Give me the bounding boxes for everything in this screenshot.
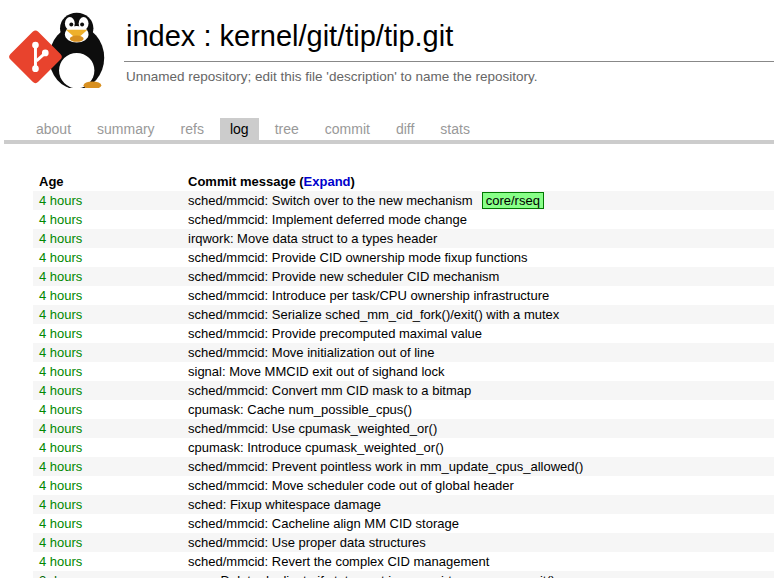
column-header-age: Age — [33, 172, 182, 191]
commit-message-link[interactable]: sched/mmcid: Cacheline align MM CID stor… — [188, 516, 459, 531]
commit-message-link[interactable]: sched: Fixup whitespace damage — [188, 497, 381, 512]
log-row: 4 hourssched/mmcid: Switch over to the n… — [33, 191, 774, 210]
commit-message-link[interactable]: sched/mmcid: Introduce per task/CPU owne… — [188, 288, 549, 303]
commit-message-cell: sched/mmcid: Use cpumask_weighted_or() — [182, 419, 774, 438]
commit-message-cell: cpumask: Cache num_possible_cpus() — [182, 400, 774, 419]
commit-message-link[interactable]: sched/mmcid: Switch over to the new mech… — [188, 193, 473, 208]
commit-age-link[interactable]: 4 hours — [39, 535, 82, 550]
commit-age-link[interactable]: 4 hours — [39, 307, 82, 322]
log-row: 4 hourssched/mmcid: Convert mm CID mask … — [33, 381, 774, 400]
commit-message-cell: irqwork: Move data struct to a types hea… — [182, 229, 774, 248]
tab-commit[interactable]: commit — [315, 118, 380, 140]
log-row: 2 daysrseq: Delete duplicate if statemen… — [33, 571, 774, 578]
commit-age-link[interactable]: 4 hours — [39, 345, 82, 360]
commit-message-link[interactable]: sched/mmcid: Convert mm CID mask to a bi… — [188, 383, 471, 398]
repo-description: Unnamed repository; edit this file 'desc… — [124, 61, 774, 84]
age-cell: 2 days — [33, 571, 182, 578]
age-cell: 4 hours — [33, 514, 182, 533]
commit-message-link[interactable]: sched/mmcid: Move initialization out of … — [188, 345, 434, 360]
commit-message-link[interactable]: sched/mmcid: Provide new scheduler CID m… — [188, 269, 499, 284]
age-cell: 4 hours — [33, 191, 182, 210]
age-cell: 4 hours — [33, 533, 182, 552]
log-row: 4 hourssignal: Move MMCID exit out of si… — [33, 362, 774, 381]
commit-age-link[interactable]: 4 hours — [39, 212, 82, 227]
age-cell: 4 hours — [33, 229, 182, 248]
age-cell: 4 hours — [33, 210, 182, 229]
commit-age-link[interactable]: 4 hours — [39, 269, 82, 284]
commit-age-link[interactable]: 4 hours — [39, 231, 82, 246]
commit-message-link[interactable]: cpumask: Cache num_possible_cpus() — [188, 402, 412, 417]
commit-age-link[interactable]: 4 hours — [39, 478, 82, 493]
tab-log[interactable]: log — [220, 118, 259, 140]
tab-about[interactable]: about — [26, 118, 81, 140]
tab-diff[interactable]: diff — [386, 118, 424, 140]
commit-message-cell: sched/mmcid: Revert the complex CID mana… — [182, 552, 774, 571]
tab-summary[interactable]: summary — [87, 118, 165, 140]
repo-header: index : kernel/git/tip/tip.git Unnamed r… — [0, 0, 774, 88]
log-row: 4 hourssched/mmcid: Implement deferred m… — [33, 210, 774, 229]
commit-age-link[interactable]: 4 hours — [39, 459, 82, 474]
log-row: 4 hourscpumask: Cache num_possible_cpus(… — [33, 400, 774, 419]
commit-message-link[interactable]: sched/mmcid: Move scheduler code out of … — [188, 478, 514, 493]
commit-message-link[interactable]: sched/mmcid: Implement deferred mode cha… — [188, 212, 467, 227]
log-table-header-row: Age Commit message (Expand) — [33, 172, 774, 191]
commit-age-link[interactable]: 4 hours — [39, 402, 82, 417]
commit-message-link[interactable]: sched/mmcid: Use proper data structures — [188, 535, 426, 550]
commit-age-link[interactable]: 4 hours — [39, 421, 82, 436]
commit-age-link[interactable]: 2 days — [39, 573, 77, 578]
log-row: 4 hoursirqwork: Move data struct to a ty… — [33, 229, 774, 248]
log-content: Age Commit message (Expand) 4 hourssched… — [33, 172, 774, 578]
commit-message-cell: rseq: Delete duplicate if statement in r… — [182, 571, 774, 578]
commit-age-link[interactable]: 4 hours — [39, 516, 82, 531]
commit-message-cell: sched: Fixup whitespace damage — [182, 495, 774, 514]
commit-message-cell: sched/mmcid: Convert mm CID mask to a bi… — [182, 381, 774, 400]
log-row: 4 hourssched/mmcid: Move scheduler code … — [33, 476, 774, 495]
commit-message-link[interactable]: cpumask: Introduce cpumask_weighted_or() — [188, 440, 444, 455]
log-row: 4 hourssched/mmcid: Provide new schedule… — [33, 267, 774, 286]
commit-age-link[interactable]: 4 hours — [39, 440, 82, 455]
commit-age-link[interactable]: 4 hours — [39, 554, 82, 569]
commit-age-link[interactable]: 4 hours — [39, 364, 82, 379]
commit-message-cell: sched/mmcid: Introduce per task/CPU owne… — [182, 286, 774, 305]
tab-tree[interactable]: tree — [265, 118, 309, 140]
log-row: 4 hourscpumask: Introduce cpumask_weight… — [33, 438, 774, 457]
commit-message-cell: sched/mmcid: Move scheduler code out of … — [182, 476, 774, 495]
commit-age-link[interactable]: 4 hours — [39, 326, 82, 341]
commit-message-link[interactable]: irqwork: Move data struct to a types hea… — [188, 231, 437, 246]
commit-message-link[interactable]: rseq: Delete duplicate if statement in r… — [188, 573, 555, 578]
commit-message-cell: sched/mmcid: Provide CID ownership mode … — [182, 248, 774, 267]
commit-age-link[interactable]: 4 hours — [39, 288, 82, 303]
log-row: 4 hourssched: Fixup whitespace damage — [33, 495, 774, 514]
commit-age-link[interactable]: 4 hours — [39, 383, 82, 398]
commit-age-link[interactable]: 4 hours — [39, 497, 82, 512]
commit-message-cell: cpumask: Introduce cpumask_weighted_or() — [182, 438, 774, 457]
commit-message-cell: signal: Move MMCID exit out of sighand l… — [182, 362, 774, 381]
commit-message-link[interactable]: sched/mmcid: Serialize sched_mm_cid_fork… — [188, 307, 559, 322]
branch-deco-badge[interactable]: core/rseq — [482, 192, 544, 209]
commit-age-link[interactable]: 4 hours — [39, 193, 82, 208]
commit-message-link[interactable]: sched/mmcid: Revert the complex CID mana… — [188, 554, 489, 569]
commit-age-link[interactable]: 4 hours — [39, 250, 82, 265]
commit-message-cell: sched/mmcid: Serialize sched_mm_cid_fork… — [182, 305, 774, 324]
age-cell: 4 hours — [33, 248, 182, 267]
commit-message-cell: sched/mmcid: Move initialization out of … — [182, 343, 774, 362]
commit-message-cell: sched/mmcid: Switch over to the new mech… — [182, 191, 774, 210]
log-row: 4 hourssched/mmcid: Move initialization … — [33, 343, 774, 362]
age-cell: 4 hours — [33, 457, 182, 476]
commit-message-link[interactable]: sched/mmcid: Prevent pointless work in m… — [188, 459, 583, 474]
age-cell: 4 hours — [33, 400, 182, 419]
tab-refs[interactable]: refs — [171, 118, 214, 140]
git-tux-logo-icon — [6, 8, 116, 88]
age-cell: 4 hours — [33, 495, 182, 514]
cgit-logo-link[interactable] — [6, 8, 116, 88]
commit-message-link[interactable]: sched/mmcid: Use cpumask_weighted_or() — [188, 421, 437, 436]
expand-link[interactable]: Expand — [304, 174, 351, 189]
tab-stats[interactable]: stats — [430, 118, 480, 140]
page-title[interactable]: index : kernel/git/tip/tip.git — [124, 8, 774, 61]
age-cell: 4 hours — [33, 419, 182, 438]
commit-message-link[interactable]: signal: Move MMCID exit out of sighand l… — [188, 364, 445, 379]
age-cell: 4 hours — [33, 267, 182, 286]
commit-message-link[interactable]: sched/mmcid: Provide CID ownership mode … — [188, 250, 528, 265]
log-row: 4 hourssched/mmcid: Prevent pointless wo… — [33, 457, 774, 476]
commit-message-link[interactable]: sched/mmcid: Provide precomputed maximal… — [188, 326, 482, 341]
